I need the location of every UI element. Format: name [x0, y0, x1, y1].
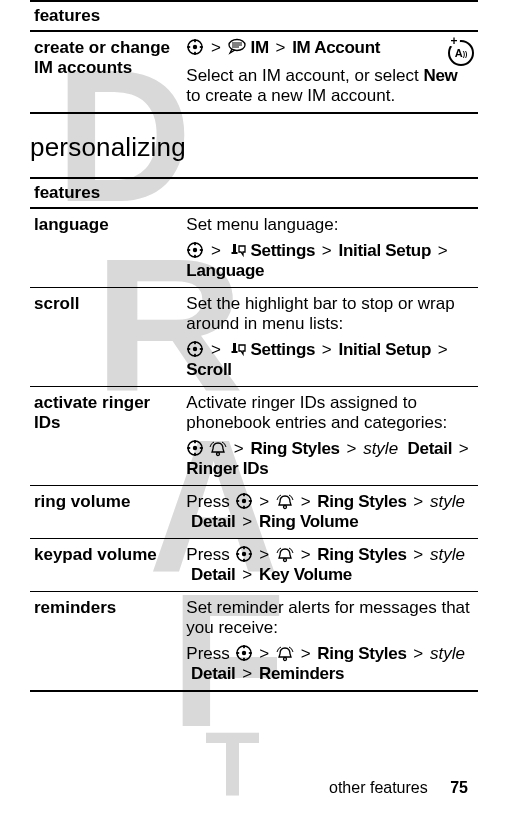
row-label: reminders: [30, 592, 182, 692]
footer-text: other features: [329, 779, 428, 796]
row-label: activate ringer IDs: [30, 387, 182, 486]
nav-path: > Ring Styles > style Detail > Ringer ID…: [186, 439, 474, 479]
row-content: Press > > Ring Styles > style Detail > K…: [182, 539, 478, 592]
row-label: scroll: [30, 288, 182, 387]
im-chat-icon: [228, 38, 246, 56]
row-scroll: scroll Set the highlight bar to stop or …: [30, 288, 478, 387]
row-ringer-ids: activate ringer IDs Activate ringer IDs …: [30, 387, 478, 486]
row-content: Set menu language: > Settings > Initial …: [182, 208, 478, 288]
row-label: keypad volume: [30, 539, 182, 592]
row-desc: Set the highlight bar to stop or wrap ar…: [186, 294, 474, 334]
row-desc: Select an IM account, or select New to c…: [186, 66, 474, 106]
nav-path: > Settings > Initial Setup > Language: [186, 241, 474, 281]
operator-icon: +A)): [448, 40, 474, 66]
page-number: 75: [432, 779, 468, 796]
row-create-im: create or change IM accounts +A)) > IM >…: [30, 31, 478, 113]
row-label: language: [30, 208, 182, 288]
center-key-icon: [235, 644, 253, 662]
row-content: Press > > Ring Styles > style Detail > R…: [182, 486, 478, 539]
row-ring-volume: ring volume Press > > Ring Styles > styl…: [30, 486, 478, 539]
row-content: Activate ringer IDs assigned to phoneboo…: [182, 387, 478, 486]
row-desc: Set reminder alerts for messages that yo…: [186, 598, 474, 638]
row-desc: Activate ringer IDs assigned to phoneboo…: [186, 393, 474, 433]
center-key-icon: [186, 439, 204, 457]
center-key-icon: [186, 340, 204, 358]
features-header: features: [30, 178, 478, 208]
settings-icon: [228, 243, 246, 259]
row-label: create or change IM accounts: [30, 31, 182, 113]
bell-icon: [276, 494, 294, 510]
center-key-icon: [235, 545, 253, 563]
row-label: ring volume: [30, 486, 182, 539]
center-key-icon: [235, 492, 253, 510]
bell-icon: [276, 646, 294, 662]
table-bottom-rule: [30, 691, 478, 692]
nav-path: Press > > Ring Styles > style Detail > R…: [186, 644, 474, 684]
table-header-row: features: [30, 178, 478, 208]
bell-icon: [276, 547, 294, 563]
center-key-icon: [186, 38, 204, 56]
center-key-icon: [186, 241, 204, 259]
row-content: Set the highlight bar to stop or wrap ar…: [182, 288, 478, 387]
features-header: features: [30, 1, 478, 31]
settings-icon: [228, 342, 246, 358]
section-title: personalizing: [30, 132, 478, 163]
table-header-row: features: [30, 1, 478, 31]
row-content: Set reminder alerts for messages that yo…: [182, 592, 478, 692]
row-reminders: reminders Set reminder alerts for messag…: [30, 592, 478, 692]
table-bottom-rule: [30, 113, 478, 114]
row-content: +A)) > IM > IM Account Select an IM acco…: [182, 31, 478, 113]
row-desc: Set menu language:: [186, 215, 474, 235]
bell-icon: [209, 441, 227, 457]
page-footer: other features 75: [0, 779, 508, 797]
features-table-1: features create or change IM accounts +A…: [30, 0, 478, 114]
features-table-2: features language Set menu language: > S…: [30, 177, 478, 692]
row-keypad-volume: keypad volume Press > > Ring Styles > st…: [30, 539, 478, 592]
nav-path: > Settings > Initial Setup > Scroll: [186, 340, 474, 380]
nav-path: > IM > IM Account: [186, 38, 474, 58]
row-language: language Set menu language: > Settings >…: [30, 208, 478, 288]
